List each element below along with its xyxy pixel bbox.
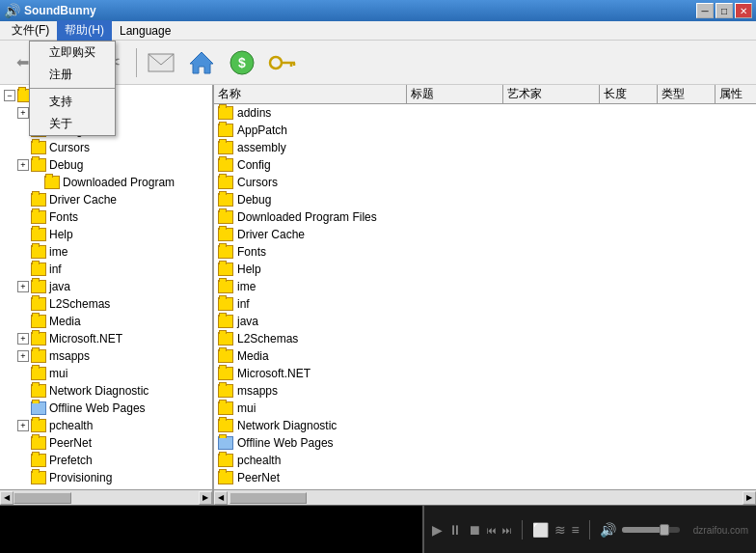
expand-btn-pchealth[interactable]: +: [17, 420, 29, 431]
file-item-ime[interactable]: ime: [214, 278, 756, 295]
tree-item-networkdiag[interactable]: Network Diagnostic: [2, 382, 210, 400]
tree-item-ime[interactable]: ime: [2, 243, 210, 261]
volume-slider[interactable]: [622, 527, 680, 533]
maximize-button[interactable]: □: [716, 3, 733, 18]
expand-btn-debug[interactable]: +: [17, 159, 29, 171]
tree-item-pchealth[interactable]: + pchealth: [2, 417, 210, 434]
file-item-downloaded[interactable]: Downloaded Program Files: [214, 208, 756, 226]
file-item-help[interactable]: Help: [214, 261, 756, 278]
purchase-button[interactable]: $: [224, 44, 260, 81]
dropdown-separator: [30, 88, 115, 89]
tree-item-driver[interactable]: Driver Cache: [2, 191, 210, 208]
scroll-right-arrow[interactable]: ▶: [199, 491, 212, 505]
file-folder-icon: [218, 210, 233, 224]
col-header-artist[interactable]: 艺术家: [503, 85, 600, 103]
expand-btn-assembly[interactable]: +: [17, 107, 29, 119]
file-item-peernet[interactable]: PeerNet: [214, 469, 756, 486]
left-pane-scroll[interactable]: − AppPatch + assembly Config Cursors: [0, 85, 212, 489]
tree-item-inf[interactable]: inf: [2, 261, 210, 278]
minimize-button[interactable]: ─: [696, 3, 714, 18]
col-header-name[interactable]: 名称: [214, 85, 407, 103]
scroll-thumb-right[interactable]: [230, 492, 307, 504]
expand-btn-java[interactable]: +: [17, 281, 29, 292]
file-item-pchealth[interactable]: pchealth: [214, 452, 756, 469]
stop-button[interactable]: ⏹: [468, 522, 481, 538]
col-header-length[interactable]: 长度: [600, 85, 658, 103]
file-item-cursors[interactable]: Cursors: [214, 174, 756, 191]
menu-buy[interactable]: 立即购买: [30, 41, 115, 64]
list-button[interactable]: ≡: [572, 522, 580, 538]
tree-item-java[interactable]: + java: [2, 278, 210, 295]
file-item-msapps[interactable]: msapps: [214, 382, 756, 400]
play-button[interactable]: ▶: [432, 522, 443, 538]
tree-item-mui[interactable]: mui: [2, 365, 210, 382]
file-item-fonts[interactable]: Fonts: [214, 243, 756, 261]
col-header-attr[interactable]: 属性: [716, 85, 756, 103]
tree-item-media[interactable]: Media: [2, 313, 210, 330]
menu-language[interactable]: Language: [112, 22, 178, 40]
collapse-btn[interactable]: −: [4, 90, 15, 101]
tree-label-cursors: Cursors: [49, 141, 90, 154]
prev-button[interactable]: ⏮: [487, 525, 497, 536]
file-item-driver[interactable]: Driver Cache: [214, 226, 756, 243]
col-header-type[interactable]: 类型: [658, 85, 716, 103]
col-header-title[interactable]: 标题: [407, 85, 503, 103]
pause-button[interactable]: ⏸: [448, 522, 462, 538]
h-scrollbar-right[interactable]: ◀ ▶: [214, 489, 756, 505]
close-button[interactable]: ✕: [735, 3, 752, 18]
menu-about[interactable]: 关于: [30, 113, 115, 135]
tree-item-downloaded[interactable]: Downloaded Program: [2, 174, 210, 191]
h-scrollbar-left[interactable]: ◀ ▶: [0, 489, 214, 505]
window-button[interactable]: ⬜: [532, 522, 549, 538]
tree-item-fonts[interactable]: Fonts: [2, 208, 210, 226]
folder-icon-help: [31, 228, 46, 241]
next-button[interactable]: ⏭: [502, 525, 512, 536]
file-folder-icon: [218, 280, 233, 293]
volume-button[interactable]: 🔊: [600, 522, 616, 538]
key-button[interactable]: [264, 44, 301, 81]
scroll-right-arrow-right[interactable]: ▶: [742, 491, 756, 505]
eq-button[interactable]: ≋: [554, 522, 566, 538]
scroll-left-arrow[interactable]: ◀: [0, 491, 14, 505]
menu-register[interactable]: 注册: [30, 64, 115, 86]
file-item-microsoftnet[interactable]: Microsoft.NET: [214, 365, 756, 382]
tree-item-l2schemas[interactable]: L2Schemas: [2, 295, 210, 313]
file-item-addins[interactable]: addins: [214, 104, 756, 122]
tree-item-cursors[interactable]: Cursors: [2, 139, 210, 156]
tree-item-offlineweb[interactable]: Offline Web Pages: [2, 400, 210, 417]
folder-icon-downloaded: [44, 176, 60, 189]
scroll-left-arrow-right[interactable]: ◀: [214, 491, 228, 505]
folder-icon-mui: [31, 367, 46, 380]
file-item-label: msapps: [237, 384, 278, 398]
file-item-l2schemas[interactable]: L2Schemas: [214, 330, 756, 347]
file-item-java[interactable]: java: [214, 313, 756, 330]
tree-item-msapps[interactable]: + msapps: [2, 347, 210, 365]
file-item-offlineweb[interactable]: Offline Web Pages: [214, 434, 756, 452]
file-item-inf[interactable]: inf: [214, 295, 756, 313]
menu-support[interactable]: 支持: [30, 91, 115, 113]
volume-thumb[interactable]: [660, 524, 669, 536]
file-item-debug[interactable]: Debug: [214, 191, 756, 208]
file-item-config[interactable]: Config: [214, 156, 756, 174]
tree-item-help[interactable]: Help: [2, 226, 210, 243]
tree-item-debug[interactable]: + Debug: [2, 156, 210, 174]
email-button[interactable]: [143, 44, 179, 81]
tree-item-prefetch[interactable]: Prefetch: [2, 452, 210, 469]
menu-help[interactable]: 帮助(H): [57, 20, 112, 41]
expand-btn-msapps[interactable]: +: [17, 350, 29, 362]
file-item-mui[interactable]: mui: [214, 400, 756, 417]
expand-btn-microsoftnet[interactable]: +: [17, 333, 29, 345]
tree-item-provisioning[interactable]: Provisioning: [2, 469, 210, 486]
right-pane-content[interactable]: addins AppPatch assembly Config Cursors: [214, 104, 756, 489]
file-folder-icon: [218, 401, 233, 415]
file-item-assembly[interactable]: assembly: [214, 139, 756, 156]
scroll-thumb-left[interactable]: [14, 492, 71, 504]
folder-icon-pchealth: [31, 419, 46, 432]
tree-item-microsoftnet[interactable]: + Microsoft.NET: [2, 330, 210, 347]
menu-file[interactable]: 文件(F): [4, 20, 57, 41]
file-item-apppatch[interactable]: AppPatch: [214, 122, 756, 139]
home-button[interactable]: [183, 44, 220, 81]
file-item-networkdiag[interactable]: Network Diagnostic: [214, 417, 756, 434]
file-item-media[interactable]: Media: [214, 347, 756, 365]
tree-item-peernet[interactable]: PeerNet: [2, 434, 210, 452]
